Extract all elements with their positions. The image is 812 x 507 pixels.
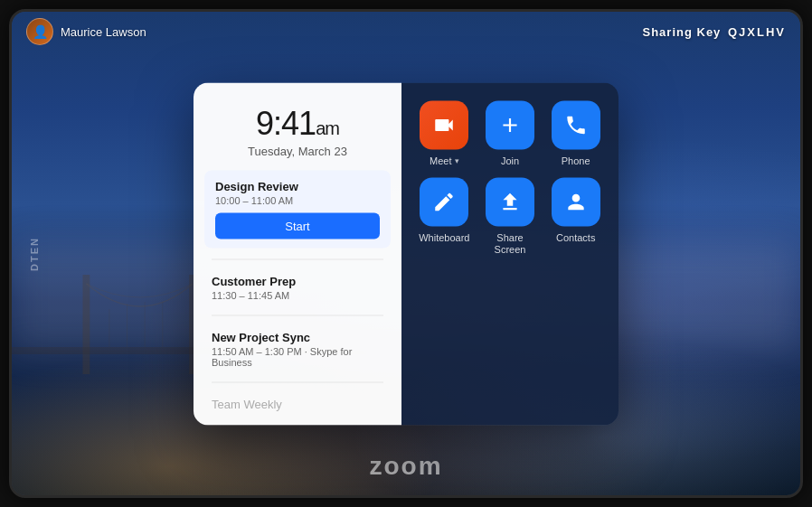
share-screen-icon-bg	[486, 177, 534, 226]
user-info: 👤 Maurice Lawson	[26, 18, 146, 45]
divider-2	[212, 315, 383, 315]
whiteboard-button[interactable]: Whiteboard	[416, 177, 473, 255]
phone-button[interactable]: Phone	[547, 100, 604, 166]
divider-3	[212, 381, 383, 382]
meeting-time-1: 10:00 – 11:00 AM	[215, 194, 380, 205]
join-label: Join	[501, 155, 519, 166]
meeting-item-4: Team Weekly	[212, 397, 383, 410]
contact-icon	[564, 190, 588, 213]
contacts-button[interactable]: Contacts	[547, 177, 604, 255]
meeting-title-3: New Project Sync	[212, 330, 383, 343]
camera-icon	[432, 113, 456, 136]
dten-logo: DTEN	[29, 237, 40, 271]
meeting-title-4: Team Weekly	[212, 397, 383, 410]
meeting-list: Design Review 10:00 – 11:00 AM Start Cus…	[212, 174, 383, 410]
whiteboard-icon-bg	[420, 177, 468, 226]
apps-row-1: Meet ▾ Join	[416, 100, 604, 166]
whiteboard-label: Whiteboard	[419, 231, 469, 243]
join-icon	[486, 100, 534, 149]
join-button[interactable]: Join	[482, 100, 539, 166]
time-display: 9:41am Tuesday, March 23	[212, 104, 383, 157]
clock-time: 9:41am	[212, 104, 383, 142]
clock-date: Tuesday, March 23	[212, 144, 383, 157]
meet-icon	[420, 100, 468, 149]
divider-1	[212, 258, 383, 259]
top-bar: 👤 Maurice Lawson Sharing Key QJXLHV	[12, 12, 800, 52]
apps-panel: Meet ▾ Join	[401, 82, 618, 425]
contacts-label: Contacts	[556, 231, 595, 243]
zoom-logo: zoom	[369, 452, 442, 481]
phone-icon	[564, 113, 588, 136]
start-button[interactable]: Start	[215, 212, 380, 239]
avatar: 👤	[26, 18, 53, 45]
svg-rect-0	[82, 275, 90, 374]
meeting-title-2: Customer Prep	[212, 274, 383, 287]
main-card: 9:41am Tuesday, March 23 Design Review 1…	[194, 82, 618, 425]
meet-label: Meet ▾	[430, 155, 458, 166]
phone-icon-bg	[552, 100, 600, 149]
sharing-key-display: Sharing Key QJXLHV	[643, 25, 787, 39]
meeting-item-3: New Project Sync 11:50 AM – 1:30 PM · Sk…	[212, 330, 383, 367]
meet-button[interactable]: Meet ▾	[416, 100, 473, 166]
share-screen-button[interactable]: Share Screen	[482, 177, 539, 255]
plus-icon	[498, 113, 522, 136]
meeting-title-1: Design Review	[215, 179, 380, 192]
user-name: Maurice Lawson	[61, 25, 146, 39]
pen-icon	[432, 190, 456, 213]
share-screen-label: Share Screen	[482, 231, 539, 255]
device-frame: 👤 Maurice Lawson Sharing Key QJXLHV 9:41…	[9, 9, 803, 498]
phone-label: Phone	[562, 155, 590, 166]
meeting-item-1: Design Review 10:00 – 11:00 AM Start	[204, 170, 391, 248]
meeting-time-3: 11:50 AM – 1:30 PM · Skype for Business	[212, 345, 383, 367]
meeting-time-2: 11:30 – 11:45 AM	[212, 289, 383, 300]
sharing-key-value: QJXLHV	[728, 25, 786, 39]
sharing-key-label: Sharing Key	[643, 25, 722, 39]
calendar-panel: 9:41am Tuesday, March 23 Design Review 1…	[194, 82, 401, 425]
meeting-item-2: Customer Prep 11:30 – 11:45 AM	[212, 274, 383, 300]
meet-chevron-icon: ▾	[455, 155, 459, 165]
apps-row-2: Whiteboard Share Screen	[416, 177, 604, 255]
upload-icon	[498, 190, 522, 213]
contacts-icon-bg	[552, 177, 600, 226]
